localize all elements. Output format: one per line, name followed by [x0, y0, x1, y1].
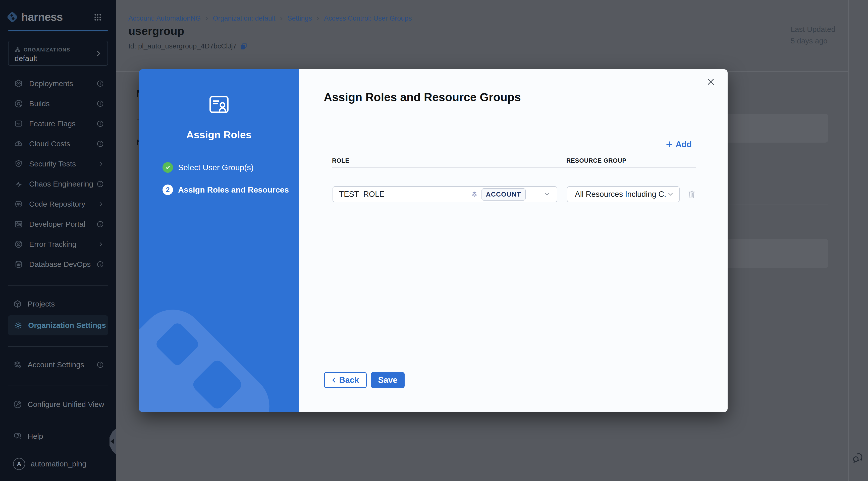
wizard-step-select-user-groups[interactable]: Select User Group(s): [162, 162, 254, 173]
chevron-right-icon: [316, 16, 320, 21]
add-button[interactable]: Add: [665, 139, 692, 149]
account-settings-icon: [13, 360, 22, 369]
sidebar-accent-rule: [8, 30, 108, 31]
assign-roles-modal: Assign Roles Select User Group(s) 2 Assi…: [139, 69, 727, 412]
sidebar-item-builds[interactable]: Builds: [0, 94, 116, 114]
info-icon[interactable]: [97, 140, 104, 147]
sidebar-item-organization-settings[interactable]: Organization Settings: [8, 315, 108, 335]
wizard-title: Assign Roles: [139, 129, 299, 141]
sidebar-item-label: Account Settings: [28, 360, 84, 369]
chevron-left-icon: [332, 377, 336, 384]
code-repository-icon: [14, 200, 23, 209]
save-button[interactable]: Save: [371, 372, 405, 388]
builds-icon: [14, 99, 23, 108]
last-updated-value: 5 days ago: [790, 35, 835, 47]
copy-icon[interactable]: [240, 42, 247, 50]
cloud-costs-icon: [14, 139, 23, 148]
user-name: automation_plng: [31, 460, 86, 468]
help-chat-icon: [13, 432, 22, 441]
org-selector-value: default: [14, 54, 37, 63]
deployments-icon: [14, 79, 23, 88]
collapse-arrow-icon: [111, 439, 114, 444]
sidebar-item-deployments[interactable]: Deployments: [0, 73, 116, 94]
sidebar-item-code-repository[interactable]: Code Repository: [0, 194, 116, 214]
sidebar-item-chaos-engineering[interactable]: Chaos Engineering: [0, 174, 116, 194]
role-value: TEST_ROLE: [339, 190, 384, 199]
sidebar-item-help[interactable]: Help: [0, 426, 116, 446]
developer-portal-icon: [14, 220, 23, 229]
info-icon[interactable]: [97, 221, 104, 228]
breadcrumb-organization[interactable]: Organization: default: [213, 14, 275, 22]
resource-group-select[interactable]: All Resources Including C...: [567, 186, 680, 202]
info-icon[interactable]: [97, 181, 104, 188]
scope-tag: ACCOUNT: [482, 188, 526, 200]
chevron-down-icon: [544, 192, 550, 197]
breadcrumb-user-groups[interactable]: Access Control: User Groups: [324, 14, 412, 22]
breadcrumb-account[interactable]: Account: AutomationNG: [128, 14, 201, 22]
sidebar-menu: Deployments Builds Feature Flags Cloud C…: [0, 73, 116, 275]
sidebar-item-label: Chaos Engineering: [29, 180, 93, 188]
chevron-right-icon: [95, 50, 101, 57]
breadcrumb: Account: AutomationNG Organization: defa…: [128, 14, 412, 22]
module-grid-icon[interactable]: [93, 13, 102, 22]
info-icon[interactable]: [97, 80, 104, 87]
sidebar-item-security-tests[interactable]: Security Tests: [0, 154, 116, 174]
sidebar-item-database-devops[interactable]: Database DevOps: [0, 254, 116, 275]
sidebar-item-configure-unified-view[interactable]: Configure Unified View: [0, 394, 116, 414]
projects-icon: [13, 299, 22, 309]
info-icon[interactable]: [97, 120, 104, 127]
step-done-check-icon: [162, 162, 173, 173]
wizard-panel: Assign Roles Select User Group(s) 2 Assi…: [139, 69, 299, 412]
resource-group-column-header: RESOURCE GROUP: [566, 157, 626, 164]
breadcrumb-settings[interactable]: Settings: [287, 14, 312, 22]
back-button[interactable]: Back: [324, 372, 367, 388]
step-label: Assign Roles and Resources: [178, 185, 289, 195]
sidebar-item-label: Code Repository: [29, 200, 85, 209]
sidebar-item-label: Deployments: [29, 79, 73, 88]
security-tests-icon: [14, 159, 23, 168]
close-icon[interactable]: [704, 75, 717, 88]
role-select[interactable]: TEST_ROLE ACCOUNT: [333, 186, 557, 202]
save-button-label: Save: [378, 375, 397, 385]
harness-logo-text: harness: [21, 10, 63, 24]
support-chat-icon[interactable]: [852, 451, 865, 464]
sidebar-item-error-tracking[interactable]: Error Tracking: [0, 234, 116, 254]
sidebar-divider: [8, 285, 108, 286]
delete-row-button[interactable]: [687, 189, 696, 199]
add-button-label: Add: [676, 139, 692, 149]
last-updated: Last Updated 5 days ago: [790, 24, 835, 47]
info-icon[interactable]: [97, 100, 104, 107]
sidebar-item-cloud-costs[interactable]: Cloud Costs: [0, 134, 116, 154]
column-header-divider: [332, 167, 696, 168]
sidebar-item-label: Cloud Costs: [29, 139, 70, 148]
chaos-engineering-icon: [14, 180, 23, 189]
sidebar-item-label: Projects: [28, 300, 55, 308]
sidebar-item-developer-portal[interactable]: Developer Portal: [0, 214, 116, 234]
chevron-right-icon: [205, 16, 209, 21]
sidebar-user[interactable]: A automation_plng: [0, 454, 116, 474]
sidebar-item-feature-flags[interactable]: Feature Flags: [0, 114, 116, 134]
sidebar-item-projects[interactable]: Projects: [0, 294, 116, 314]
org-selector-label: ORGANIZATIONS: [24, 47, 70, 53]
page-title: usergroup: [128, 25, 184, 38]
chevron-right-icon: [98, 201, 104, 207]
info-icon[interactable]: [97, 361, 104, 368]
avatar: A: [13, 458, 25, 470]
modal-title: Assign Roles and Resource Groups: [324, 90, 521, 104]
sidebar-item-label: Feature Flags: [29, 120, 75, 128]
sidebar-item-label: Builds: [29, 99, 50, 108]
right-rail-divider: [848, 0, 849, 481]
hierarchy-icon: [14, 47, 21, 53]
org-selector[interactable]: ORGANIZATIONS default: [8, 41, 108, 66]
info-icon[interactable]: [97, 261, 104, 268]
sidebar-item-label: Error Tracking: [29, 240, 76, 249]
resource-group-value: All Resources Including C...: [575, 190, 667, 199]
sidebar: harness ORGANIZATIONS default Deployment…: [0, 0, 116, 481]
sidebar-item-account-settings[interactable]: Account Settings: [0, 355, 116, 375]
wizard-step-assign-roles[interactable]: 2 Assign Roles and Resources: [162, 185, 289, 195]
chevron-right-icon: [98, 241, 104, 247]
role-column-header: ROLE: [332, 157, 349, 164]
step-number-badge: 2: [162, 185, 173, 195]
trash-icon: [687, 189, 696, 199]
scope-layers-icon: [470, 190, 478, 198]
